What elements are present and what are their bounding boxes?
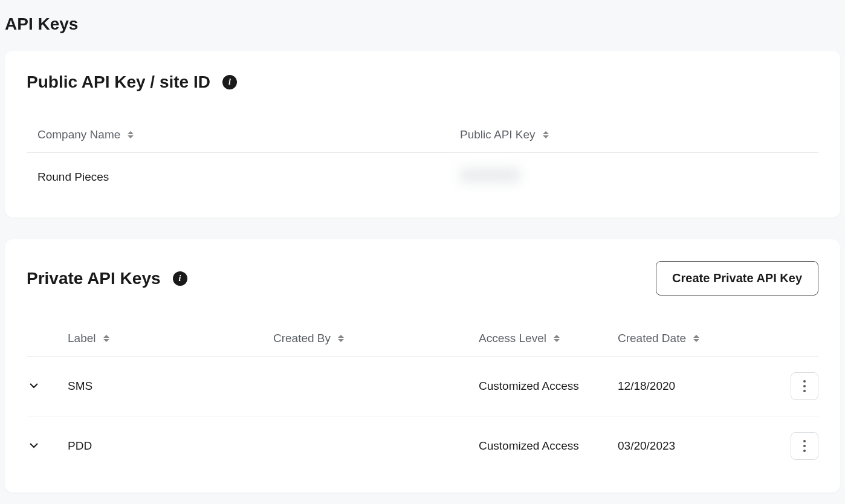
sort-icon: [693, 335, 699, 342]
public-card-title: Public API Key / site ID: [27, 73, 210, 92]
private-api-keys-table: Label Created By Access Level: [27, 325, 818, 476]
column-header-public-api-key[interactable]: Public API Key: [460, 128, 549, 141]
table-row: SMS Customized Access 12/18/2020: [27, 357, 818, 416]
sort-icon: [128, 131, 134, 138]
cell-created-date: 03/20/2023: [618, 416, 782, 476]
row-actions-button[interactable]: [791, 432, 818, 460]
private-card-title: Private API Keys: [27, 269, 161, 288]
cell-public-api-key: [460, 153, 818, 201]
column-label: Company Name: [37, 128, 120, 141]
column-header-company-name[interactable]: Company Name: [37, 128, 134, 141]
redacted-value: [460, 169, 520, 182]
info-icon[interactable]: i: [222, 75, 237, 89]
row-actions-button[interactable]: [791, 372, 818, 400]
public-api-key-card: Public API Key / site ID i Company Name …: [5, 51, 840, 218]
cell-created-by: [273, 357, 479, 416]
private-card-header: Private API Keys i Create Private API Ke…: [27, 261, 818, 296]
column-label: Public API Key: [460, 128, 536, 141]
column-header-access-level[interactable]: Access Level: [479, 332, 560, 345]
public-card-header: Public API Key / site ID i: [27, 73, 818, 92]
sort-icon: [543, 131, 549, 138]
column-label: Access Level: [479, 332, 546, 345]
column-label: Label: [68, 332, 96, 345]
public-api-key-table: Company Name Public API Key Round Pieces: [27, 121, 818, 201]
sort-icon: [338, 335, 344, 342]
sort-icon: [554, 335, 560, 342]
cell-company-name: Round Pieces: [27, 153, 460, 201]
sort-icon: [103, 335, 109, 342]
page-title: API Keys: [5, 15, 840, 34]
column-header-created-date[interactable]: Created Date: [618, 332, 699, 345]
table-row: PDD Customized Access 03/20/2023: [27, 416, 818, 476]
chevron-down-icon[interactable]: [27, 438, 41, 453]
cell-created-by: [273, 416, 479, 476]
cell-access-level: Customized Access: [479, 416, 618, 476]
chevron-down-icon[interactable]: [27, 378, 41, 393]
column-label: Created By: [273, 332, 331, 345]
cell-created-date: 12/18/2020: [618, 357, 782, 416]
create-private-api-key-button[interactable]: Create Private API Key: [656, 261, 818, 296]
cell-label: PDD: [68, 416, 273, 476]
column-header-created-by[interactable]: Created By: [273, 332, 344, 345]
table-row: Round Pieces: [27, 153, 818, 201]
info-icon[interactable]: i: [173, 271, 187, 286]
column-label: Created Date: [618, 332, 686, 345]
cell-label: SMS: [68, 357, 273, 416]
column-header-label[interactable]: Label: [68, 332, 109, 345]
private-api-keys-card: Private API Keys i Create Private API Ke…: [5, 239, 840, 493]
cell-access-level: Customized Access: [479, 357, 618, 416]
